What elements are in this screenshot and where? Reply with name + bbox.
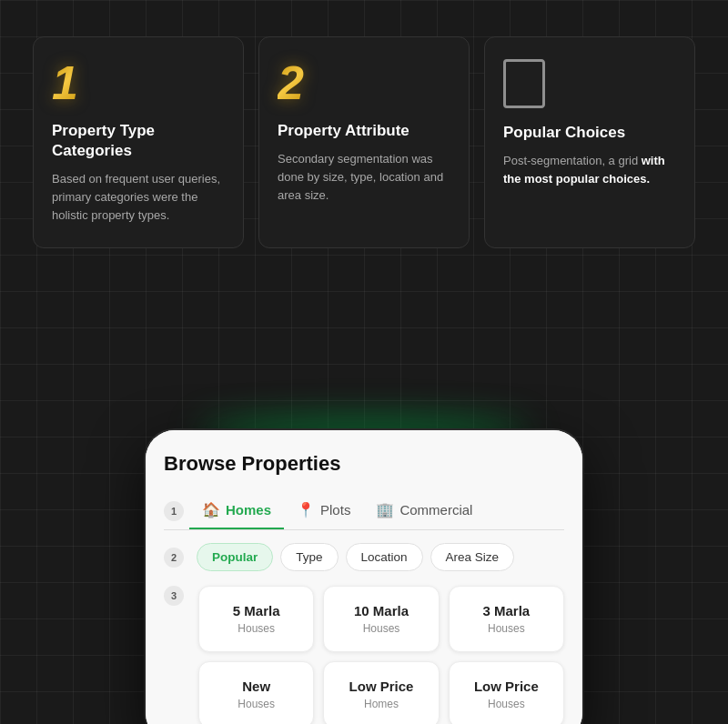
tab-plots[interactable]: 📍 Plots	[284, 492, 363, 529]
grid-item-subtitle: Houses	[208, 622, 304, 635]
chip-area-size[interactable]: Area Size	[430, 543, 515, 571]
grid-item-subtitle: Houses	[459, 698, 554, 710]
grid-item-subtitle: Houses	[333, 622, 429, 635]
card-2-title: Property Attribute	[278, 121, 450, 141]
tab-homes[interactable]: 🏠 Homes	[189, 492, 284, 529]
property-type-row: 1 🏠 Homes 📍 Plots 🏢 Commercial	[164, 492, 564, 529]
grid-item-subtitle: Homes	[333, 698, 429, 710]
chip-popular[interactable]: Popular	[197, 543, 273, 571]
home-icon: 🏠	[202, 501, 220, 518]
grid-item-title: 5 Marla	[208, 603, 304, 618]
attribute-chips-row: 2 Popular Type Location Area Size	[164, 543, 564, 571]
phone-screen: Browse Properties 1 🏠 Homes 📍 Plots 🏢	[146, 430, 582, 724]
commercial-icon: 🏢	[376, 501, 394, 518]
chip-type[interactable]: Type	[280, 543, 338, 571]
card-3-desc: Post-segmentation, a grid with the most …	[503, 152, 676, 188]
card-3-number: 3	[503, 59, 545, 108]
grid-item-low-price-houses[interactable]: Low Price Houses	[449, 661, 564, 724]
card-1: 1 Property Type Categories Based on freq…	[33, 36, 244, 248]
grid-item-3-marla-houses[interactable]: 3 Marla Houses	[449, 586, 564, 652]
grid-item-subtitle: Houses	[208, 698, 304, 710]
card-2-desc: Secondary segmentation was done by size,…	[278, 150, 450, 205]
card-1-number: 1	[52, 59, 78, 106]
phone-frame: Browse Properties 1 🏠 Homes 📍 Plots 🏢	[146, 430, 582, 724]
step-1-badge: 1	[164, 501, 184, 521]
plots-icon: 📍	[297, 501, 315, 518]
grid-item-title: Low Price	[333, 679, 429, 694]
tab-commercial[interactable]: 🏢 Commercial	[363, 492, 485, 529]
grid-item-new-houses[interactable]: New Houses	[198, 661, 314, 724]
grid-item-5-marla-houses[interactable]: 5 Marla Houses	[198, 586, 314, 652]
grid-item-10-marla-houses[interactable]: 10 Marla Houses	[323, 586, 439, 652]
browse-properties-title: Browse Properties	[164, 452, 564, 476]
card-1-title: Property Type Categories	[52, 121, 225, 161]
tab-plots-label: Plots	[320, 502, 350, 518]
grid-item-low-price-homes[interactable]: Low Price Homes	[323, 661, 439, 724]
grid-item-title: 10 Marla	[333, 603, 429, 618]
grid-item-title: New	[208, 679, 304, 694]
step-3-badge: 3	[164, 586, 184, 606]
phone-mockup: Browse Properties 1 🏠 Homes 📍 Plots 🏢	[146, 430, 582, 724]
property-grid: 5 Marla Houses 10 Marla Houses 3 Marla H…	[198, 586, 564, 724]
card-1-desc: Based on frequent user queries, primary …	[52, 170, 225, 225]
card-3: 3 Popular Choices Post-segmentation, a g…	[484, 36, 695, 248]
chip-location[interactable]: Location	[346, 543, 423, 571]
property-tabs: 🏠 Homes 📍 Plots 🏢 Commercial	[189, 492, 564, 529]
tab-divider	[164, 529, 564, 530]
info-cards-section: 1 Property Type Categories Based on freq…	[0, 0, 728, 277]
card-2-number: 2	[278, 59, 304, 106]
card-3-title: Popular Choices	[503, 123, 676, 143]
tab-commercial-label: Commercial	[399, 502, 472, 518]
card-2: 2 Property Attribute Secondary segmentat…	[258, 36, 470, 248]
step-2-badge: 2	[164, 548, 184, 568]
property-grid-row: 3 5 Marla Houses 10 Marla Houses 3 Marla…	[164, 586, 564, 724]
grid-item-title: 3 Marla	[459, 603, 554, 618]
tab-homes-label: Homes	[226, 502, 271, 518]
grid-item-title: Low Price	[459, 679, 554, 694]
grid-item-subtitle: Houses	[459, 622, 554, 635]
